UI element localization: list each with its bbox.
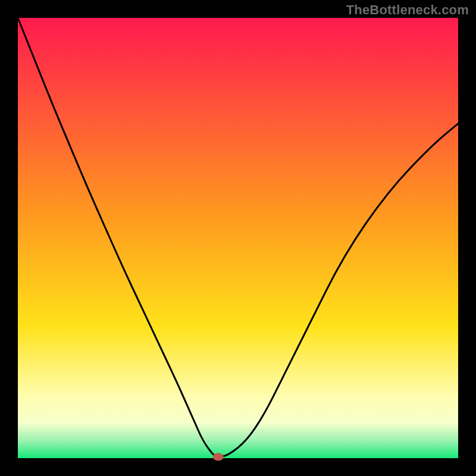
plot-background [18,18,458,458]
chart-frame: TheBottleneck.com [0,0,476,476]
bottleneck-chart [0,0,476,476]
target-marker [213,453,224,461]
